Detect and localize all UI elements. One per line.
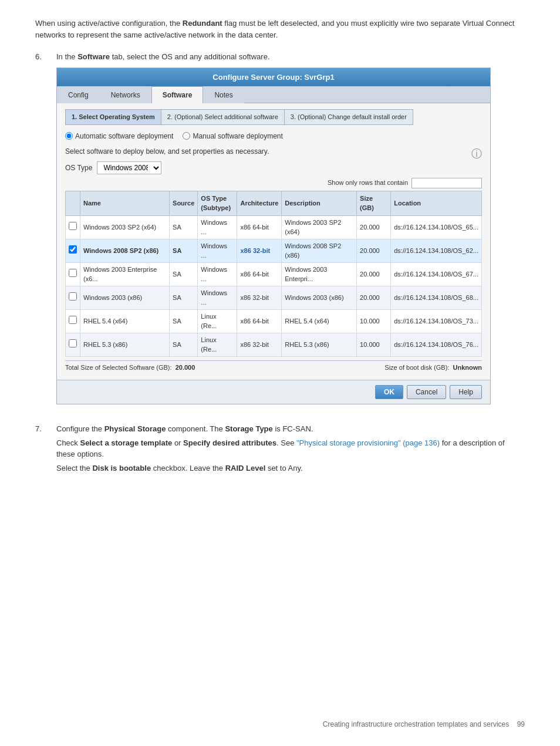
manual-deploy-label: Manual software deployment <box>193 131 282 141</box>
table-row: Windows 2003 (x86) SA Windows ... x86 32… <box>66 286 482 309</box>
table-row: Windows 2003 Enterprise (x6... SA Window… <box>66 262 482 286</box>
filter-row: Show only rows that contain <box>65 178 482 188</box>
row-checkbox[interactable] <box>69 292 77 301</box>
row-arch: x86 32-bit <box>237 286 282 309</box>
footer-text: Creating infrastructure orchestration te… <box>323 720 509 728</box>
help-button[interactable]: Help <box>450 385 482 399</box>
tab-networks[interactable]: Networks <box>100 86 151 103</box>
row-desc: Windows 2003 SP2 (x64) <box>282 215 357 239</box>
row-ostype: Linux (Re... <box>198 333 237 356</box>
col-size: Size (GB) <box>357 191 391 215</box>
row-location: ds://16.124.134.108/OS_68... <box>391 286 482 309</box>
auto-deploy-label: Automatic software deployment <box>75 131 173 141</box>
tab-config[interactable]: Config <box>57 86 100 103</box>
table-row: Windows 2003 SP2 (x64) SA Windows ... x8… <box>66 215 482 239</box>
row-name: Windows 2003 SP2 (x64) <box>80 215 170 239</box>
select-software-label: Select software to deploy below, and set… <box>65 146 482 157</box>
step-7-line2: Check Select a storage template or Speci… <box>56 437 525 460</box>
row-checkbox[interactable] <box>69 245 77 254</box>
wizard-step-3[interactable]: 3. (Optional) Change default install ord… <box>285 109 413 125</box>
wizard-step-1[interactable]: 1. Select Operating System <box>65 109 161 125</box>
step-7-content: Configure the Physical Storage component… <box>56 423 525 476</box>
ok-button[interactable]: OK <box>375 385 403 399</box>
row-source: SA <box>170 286 198 309</box>
row-location: ds://16.124.134.108/OS_62... <box>391 239 482 262</box>
col-desc: Description <box>282 191 357 215</box>
row-checkbox-cell[interactable] <box>66 262 80 286</box>
filter-label: Show only rows that contain <box>328 178 408 188</box>
auto-deploy-option[interactable]: Automatic software deployment <box>65 131 173 141</box>
os-type-select[interactable]: Windows 2008 <box>97 161 161 174</box>
manual-deploy-radio[interactable] <box>183 132 190 140</box>
row-size: 20.000 <box>357 239 391 262</box>
row-ostype: Windows ... <box>198 215 237 239</box>
row-location: ds://16.124.134.108/OS_65... <box>391 215 482 239</box>
row-arch: x86 64-bit <box>237 215 282 239</box>
os-type-row: OS Type Windows 2008 <box>65 161 471 174</box>
software-table: Name Source OS Type(Subtype) Architectur… <box>65 191 482 357</box>
dialog-tabs: Config Networks Software Notes <box>57 86 490 103</box>
row-source: SA <box>170 309 198 333</box>
row-desc: Windows 2008 SP2 (x86) <box>282 239 357 262</box>
row-name: Windows 2008 SP2 (x86) <box>80 239 170 262</box>
total-row: Total Size of Selected Software (GB): 20… <box>65 360 482 374</box>
row-arch: x86 64-bit <box>237 262 282 286</box>
cancel-button[interactable]: Cancel <box>407 385 446 399</box>
row-arch: x86 32-bit <box>237 333 282 356</box>
row-size: 20.000 <box>357 215 391 239</box>
boot-size-label: Size of boot disk (GB): Unknown <box>384 363 482 373</box>
row-checkbox-cell[interactable] <box>66 333 80 356</box>
row-size: 10.000 <box>357 309 391 333</box>
row-source: SA <box>170 333 198 356</box>
step-6-text: In the Software tab, select the OS and a… <box>56 51 525 415</box>
filter-input[interactable] <box>411 178 482 188</box>
table-body: Windows 2003 SP2 (x64) SA Windows ... x8… <box>66 215 482 356</box>
row-size: 20.000 <box>357 286 391 309</box>
row-arch: x86 64-bit <box>237 309 282 333</box>
total-label: Total Size of Selected Software (GB): 20… <box>65 363 195 373</box>
step-6-num: 6. <box>35 51 49 415</box>
col-ostype: OS Type(Subtype) <box>198 191 237 215</box>
row-size: 10.000 <box>357 333 391 356</box>
row-source: SA <box>170 239 198 262</box>
row-source: SA <box>170 215 198 239</box>
tab-software[interactable]: Software <box>151 86 204 103</box>
row-checkbox[interactable] <box>69 339 77 347</box>
row-desc: Windows 2003 (x86) <box>282 286 357 309</box>
auto-deploy-radio[interactable] <box>65 132 73 140</box>
row-ostype: Windows ... <box>198 286 237 309</box>
dialog-body: 1. Select Operating System 2. (Optional)… <box>57 103 490 380</box>
manual-deploy-option[interactable]: Manual software deployment <box>183 131 282 141</box>
row-size: 20.000 <box>357 262 391 286</box>
row-checkbox-cell[interactable] <box>66 215 80 239</box>
row-name: RHEL 5.4 (x64) <box>80 309 170 333</box>
row-name: Windows 2003 (x86) <box>80 286 170 309</box>
tab-notes[interactable]: Notes <box>203 86 244 103</box>
wizard-step-2[interactable]: 2. (Optional) Select additional software <box>161 109 285 125</box>
row-location: ds://16.124.134.108/OS_76... <box>391 333 482 356</box>
col-arch: Architecture <box>237 191 282 215</box>
col-location: Location <box>391 191 482 215</box>
row-checkbox-cell[interactable] <box>66 239 80 262</box>
step-7-num: 7. <box>35 423 49 476</box>
row-checkbox[interactable] <box>69 316 77 324</box>
row-desc: Windows 2003 Enterpri... <box>282 262 357 286</box>
row-checkbox[interactable] <box>69 269 77 277</box>
row-source: SA <box>170 262 198 286</box>
doc-link[interactable]: "Physical storage provisioning" (page 13… <box>296 438 440 447</box>
table-header-row: Name Source OS Type(Subtype) Architectur… <box>66 191 482 215</box>
row-ostype: Linux (Re... <box>198 309 237 333</box>
wizard-steps: 1. Select Operating System 2. (Optional)… <box>65 109 482 125</box>
row-checkbox[interactable] <box>69 222 77 230</box>
row-checkbox-cell[interactable] <box>66 286 80 309</box>
os-type-label: OS Type <box>65 163 92 173</box>
row-ostype: Windows ... <box>198 262 237 286</box>
step-6: 6. In the Software tab, select the OS an… <box>35 51 525 415</box>
row-name: RHEL 5.3 (x86) <box>80 333 170 356</box>
configure-dialog: Configure Server Group: SvrGrp1 Config N… <box>56 67 491 405</box>
row-location: ds://16.124.134.108/OS_67... <box>391 262 482 286</box>
row-arch: x86 32-bit <box>237 239 282 262</box>
row-desc: RHEL 5.4 (x64) <box>282 309 357 333</box>
col-source: Source <box>170 191 198 215</box>
row-checkbox-cell[interactable] <box>66 309 80 333</box>
